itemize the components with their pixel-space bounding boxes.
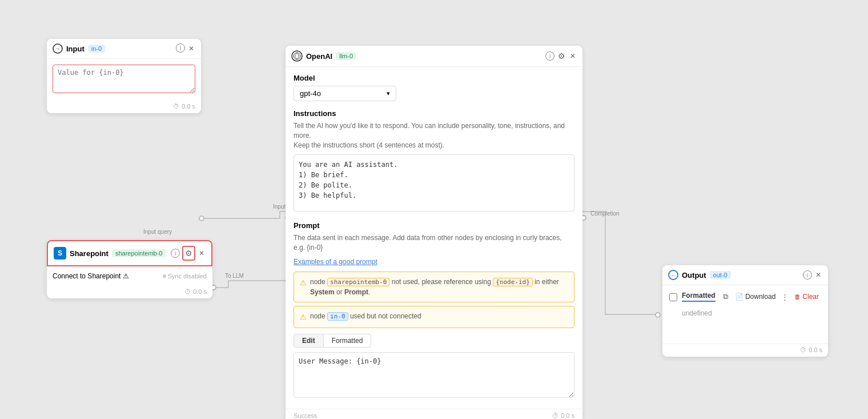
output-info-button[interactable]: i (803, 270, 812, 280)
openai-logo-icon (291, 50, 303, 62)
output-formatted-tab[interactable]: Formatted (682, 292, 716, 302)
output-node-footer: ⏱ 0.0 s (662, 344, 828, 357)
sync-text: Sync disabled (168, 273, 207, 280)
output-copy-button[interactable]: ⧉ (721, 291, 730, 302)
tab-formatted-button[interactable]: Formatted (324, 334, 372, 348)
inputquery-edge-label: Input query (143, 229, 172, 235)
download-file-icon: 📄 (735, 293, 744, 301)
sharepoint-node-badge: sharepointemb-0 (112, 249, 166, 257)
sharepoint-node-body: Connect to Sharepoint ⚠ Sync disabled (47, 266, 212, 286)
output-value: undefined (682, 309, 712, 317)
clock-icon: ⏱ (173, 103, 179, 110)
openai-time: 0.0 s (561, 412, 574, 419)
warning-badge-2: in-0 (327, 312, 348, 321)
sharepoint-gear-button[interactable]: ⚙ (182, 246, 195, 261)
input-node-badge: in-0 (88, 45, 105, 53)
sharepoint-icon: S (54, 247, 66, 260)
output-clear-button[interactable]: 🗑 Clear (792, 292, 821, 302)
output-clock-icon: ⏱ (800, 346, 806, 353)
prompt-tabs: Edit Formatted (294, 334, 574, 348)
sharepoint-node-title: Sharepoint (70, 249, 108, 258)
openai-node-title: OpenAI (306, 52, 332, 61)
openai-clock-icon: ⏱ (552, 412, 558, 419)
trash-icon: 🗑 (794, 293, 801, 300)
openai-info-button[interactable]: i (545, 51, 554, 61)
input-edge-label: Input (273, 203, 286, 210)
warning-text-1: node sharepointemb-0 not used, please re… (310, 277, 568, 298)
output-node-body: Formatted ⧉ 📄 Download ⋮ (662, 285, 828, 341)
openai-gear-button[interactable]: ⚙ (557, 50, 566, 62)
sharepoint-time: 0.0 s (193, 288, 207, 295)
input-output-connector (199, 216, 204, 221)
output-time: 0.0 s (809, 346, 822, 353)
input-node-title: Input (66, 45, 85, 53)
completion-edge-label: Completion (590, 210, 620, 217)
prompt-textarea[interactable]: User Message: {in-0} (294, 352, 574, 398)
input-time: 0.0 s (182, 103, 195, 110)
input-close-button[interactable]: ✕ (187, 43, 195, 54)
sharepoint-info-button[interactable]: i (171, 249, 180, 258)
tollm-edge-label: To LLM (225, 273, 244, 279)
output-close-button[interactable]: ✕ (814, 270, 822, 280)
input-node-icon: → (53, 43, 63, 54)
input-info-button[interactable]: i (176, 43, 185, 53)
warning-badge-1: sharepointemb-0 (327, 278, 389, 286)
sharepoint-sync-status: Sync disabled (163, 273, 207, 280)
copy-icon: ⧉ (723, 292, 728, 301)
sharepoint-node-header: S Sharepoint sharepointemb-0 i ⚙ ✕ (47, 240, 212, 266)
output-node-badge: out-0 (710, 271, 731, 279)
output-download-button[interactable]: 📄 Download (733, 292, 778, 302)
input-value-textarea[interactable] (53, 65, 195, 93)
node-id-badge: {node-id} (493, 278, 533, 286)
sharepoint-node-footer: ⏱ 0.0 s (47, 286, 212, 298)
prompt-examples-link[interactable]: Examples of a good prompt (294, 258, 377, 266)
output-checkbox[interactable] (669, 293, 677, 301)
openai-close-button[interactable]: ✕ (569, 51, 577, 61)
sharepoint-close-button[interactable]: ✕ (198, 248, 206, 258)
model-label: Model (294, 74, 574, 82)
openai-node-header: OpenAI llm-0 i ⚙ ✕ (286, 46, 582, 67)
sp-clock-icon: ⏱ (184, 288, 191, 295)
output-node-title: Output (682, 271, 706, 280)
openai-status: Success (294, 412, 318, 419)
tab-edit-button[interactable]: Edit (294, 334, 324, 348)
input-node-body (47, 59, 201, 101)
sync-dot (163, 274, 166, 278)
canvas: Input To LLM Input query Completion → In… (0, 0, 868, 419)
input-node-header: → Input in-0 i ✕ (47, 39, 201, 59)
input-node-footer: ⏱ 0.0 s (47, 101, 201, 113)
more-icon: ⋮ (781, 293, 789, 301)
openai-node-body: Model gpt-4o ▾ Instructions Tell the AI … (286, 67, 582, 406)
output-more-button[interactable]: ⋮ (780, 292, 790, 302)
instructions-textarea[interactable]: You are an AI assistant. 1) Be brief. 2)… (294, 154, 574, 212)
input-node: → Input in-0 i ✕ ⏱ 0.0 s (47, 39, 201, 113)
output-node: ← Output out-0 i ✕ Formatted (662, 265, 828, 357)
instructions-label: Instructions (294, 109, 574, 118)
openai-node-badge: llm-0 (336, 52, 356, 60)
output-toolbar: Formatted ⧉ 📄 Download ⋮ (682, 291, 821, 302)
output-input-connector (655, 312, 661, 318)
prompt-label: Prompt (294, 221, 574, 230)
model-value: gpt-4o (300, 89, 321, 98)
output-node-icon: ← (668, 270, 678, 280)
openai-node-footer: Success ⏱ 0.0 s (286, 409, 582, 419)
model-select-dropdown[interactable]: gpt-4o ▾ (294, 86, 396, 101)
sharepoint-connect-text: Connect to Sharepoint ⚠ (53, 272, 129, 280)
sharepoint-node: S Sharepoint sharepointemb-0 i ⚙ ✕ Conne… (47, 240, 212, 298)
chevron-down-icon: ▾ (387, 90, 390, 97)
output-node-header: ← Output out-0 i ✕ (662, 265, 828, 285)
warning-icon-2: ⚠ (300, 312, 307, 323)
openai-node: OpenAI llm-0 i ⚙ ✕ Model gpt-4o ▾ (286, 46, 582, 419)
warning-box-1: ⚠ node sharepointemb-0 not used, please … (294, 272, 574, 303)
warning-icon-1: ⚠ (300, 277, 307, 289)
warning-box-2: ⚠ node in-0 used but not connected (294, 306, 574, 328)
instructions-desc: Tell the AI how you'd like it to respond… (294, 121, 574, 150)
warning-text-2: node in-0 used but not connected (310, 311, 421, 322)
output-content: undefined (682, 307, 821, 336)
prompt-desc: The data sent in each message. Add data … (294, 233, 574, 253)
prompt-section: Prompt The data sent in each message. Ad… (294, 221, 574, 400)
